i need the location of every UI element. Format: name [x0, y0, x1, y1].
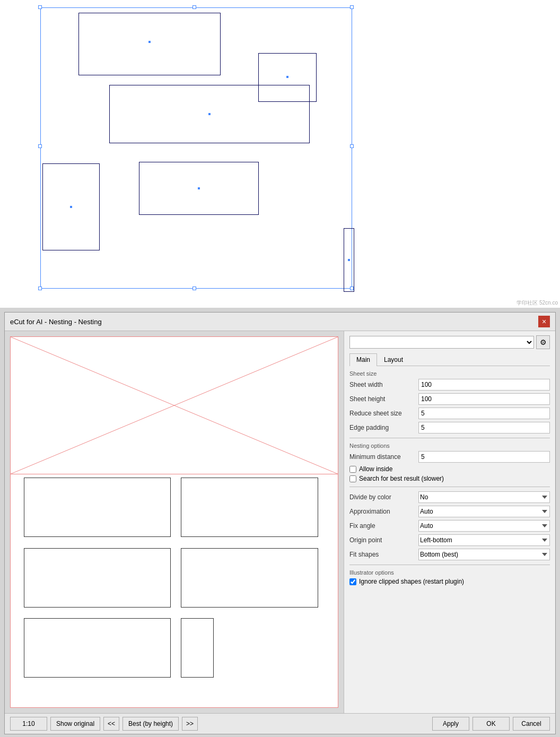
- handle-bl[interactable]: [38, 287, 42, 290]
- approximation-row: Approximation Auto Low Medium High: [349, 506, 550, 517]
- svg-line-0: [11, 337, 338, 474]
- ignore-clipped-row: Ignore clipped shapes (restart plugin): [349, 578, 550, 585]
- illustrator-options: Illustrator options Ignore clipped shape…: [349, 569, 550, 585]
- edge-padding-input[interactable]: [418, 422, 550, 433]
- handle-bc[interactable]: [192, 287, 196, 290]
- tabs-row: Main Layout: [349, 353, 550, 366]
- handle-tl[interactable]: [38, 5, 42, 9]
- gear-button[interactable]: ⚙: [536, 335, 550, 349]
- reduce-sheet-label: Reduce sheet size: [349, 410, 418, 417]
- ok-button[interactable]: OK: [472, 717, 510, 731]
- fix-angle-label: Fix angle: [349, 522, 418, 530]
- preview-shape-4: [181, 548, 318, 608]
- nesting-dialog: eCut for AI - Nesting - Nesting × 72 mm …: [4, 312, 556, 734]
- tab-layout[interactable]: Layout: [377, 353, 410, 366]
- edge-padding-row: Edge padding: [349, 422, 550, 433]
- min-distance-label: Minimum distance: [349, 453, 418, 461]
- allow-inside-row: Allow inside: [349, 465, 550, 473]
- cross-lines: [11, 337, 338, 474]
- sheet-height-input[interactable]: [418, 393, 550, 405]
- allow-inside-checkbox[interactable]: [349, 466, 356, 473]
- preview-panel: 72 mm (2.83 inch): [5, 331, 344, 713]
- fix-angle-row: Fix angle Auto 0 90 180: [349, 520, 550, 532]
- illustrator-canvas: 学印社区 52cn.co: [0, 0, 560, 308]
- dialog-body: 72 mm (2.83 inch): [5, 331, 555, 713]
- illustrator-options-label: Illustrator options: [349, 569, 550, 576]
- preview-canvas: [10, 336, 338, 708]
- svg-line-1: [11, 337, 338, 474]
- preview-shape-3: [24, 548, 171, 608]
- sheet-size-label: Sheet size: [349, 370, 550, 377]
- sheet-height-row: Sheet height: [349, 393, 550, 405]
- origin-point-row: Origin point Left-bottom Left-top Right-…: [349, 534, 550, 546]
- sheet-width-input[interactable]: [418, 379, 550, 391]
- handle-tc[interactable]: [192, 5, 196, 9]
- sheet-height-label: Sheet height: [349, 395, 418, 403]
- shape-6-center: [348, 259, 350, 261]
- fit-shapes-label: Fit shapes: [349, 551, 418, 558]
- edge-padding-label: Edge padding: [349, 424, 418, 431]
- divider-3: [349, 565, 550, 565]
- search-best-row: Search for best result (slower): [349, 475, 550, 482]
- min-distance-input[interactable]: [418, 451, 550, 463]
- handle-ml[interactable]: [38, 144, 42, 148]
- preset-select[interactable]: [349, 336, 534, 349]
- divider-2: [349, 487, 550, 487]
- scale-button[interactable]: 1:10: [10, 717, 47, 731]
- dialog-footer: 1:10 Show original << Best (by height) >…: [5, 713, 555, 734]
- search-best-label: Search for best result (slower): [359, 475, 444, 482]
- dialog-titlebar: eCut for AI - Nesting - Nesting ×: [5, 313, 555, 331]
- shape-3-center: [208, 113, 211, 115]
- preview-shape-6: [181, 618, 214, 678]
- prev-button[interactable]: <<: [103, 717, 119, 731]
- show-original-button[interactable]: Show original: [50, 717, 100, 731]
- apply-button[interactable]: Apply: [432, 717, 469, 731]
- fit-shapes-select[interactable]: Bottom (best) Top Left Right: [418, 549, 550, 560]
- shape-4-center: [70, 206, 72, 208]
- best-by-height-button[interactable]: Best (by height): [122, 717, 179, 731]
- sheet-width-label: Sheet width: [349, 381, 418, 388]
- divider-1: [349, 438, 550, 438]
- fit-shapes-row: Fit shapes Bottom (best) Top Left Right: [349, 549, 550, 560]
- reduce-sheet-input[interactable]: [418, 407, 550, 419]
- next-button[interactable]: >>: [182, 717, 198, 731]
- reduce-sheet-row: Reduce sheet size: [349, 407, 550, 419]
- ignore-clipped-label: Ignore clipped shapes (restart plugin): [359, 578, 464, 585]
- approximation-label: Approximation: [349, 508, 418, 515]
- origin-point-select[interactable]: Left-bottom Left-top Right-bottom Right-…: [418, 534, 550, 546]
- close-button[interactable]: ×: [538, 316, 550, 327]
- tab-main[interactable]: Main: [349, 353, 377, 366]
- watermark: 学印社区 52cn.co: [517, 299, 558, 307]
- settings-panel: ⚙ Main Layout Sheet size Sheet width She…: [344, 331, 555, 713]
- allow-inside-label: Allow inside: [359, 465, 392, 473]
- handle-mr[interactable]: [350, 144, 354, 148]
- dialog-wrapper: eCut for AI - Nesting - Nesting × 72 mm …: [0, 308, 560, 737]
- shape-2-center: [286, 76, 288, 78]
- min-distance-row: Minimum distance: [349, 451, 550, 463]
- sheet-width-row: Sheet width: [349, 379, 550, 391]
- dialog-title: eCut for AI - Nesting - Nesting: [10, 318, 102, 326]
- preview-border-line: [11, 474, 338, 474]
- divide-color-select[interactable]: No Yes: [418, 491, 550, 503]
- divide-color-label: Divide by color: [349, 493, 418, 501]
- shape-5-center: [198, 187, 200, 189]
- preview-shape-1: [24, 478, 171, 537]
- origin-point-label: Origin point: [349, 536, 418, 544]
- shape-1: [78, 13, 221, 75]
- cancel-button[interactable]: Cancel: [513, 717, 550, 731]
- search-best-checkbox[interactable]: [349, 475, 356, 482]
- nesting-options-label: Nesting options: [349, 443, 550, 449]
- preview-shape-2: [181, 478, 318, 537]
- shape-1-center: [148, 41, 151, 43]
- handle-tr[interactable]: [350, 5, 354, 9]
- approximation-select[interactable]: Auto Low Medium High: [418, 506, 550, 517]
- ignore-clipped-checkbox[interactable]: [349, 578, 356, 585]
- preset-row: ⚙: [349, 335, 550, 349]
- divide-color-row: Divide by color No Yes: [349, 491, 550, 503]
- fix-angle-select[interactable]: Auto 0 90 180: [418, 520, 550, 532]
- preview-shape-5: [24, 618, 171, 678]
